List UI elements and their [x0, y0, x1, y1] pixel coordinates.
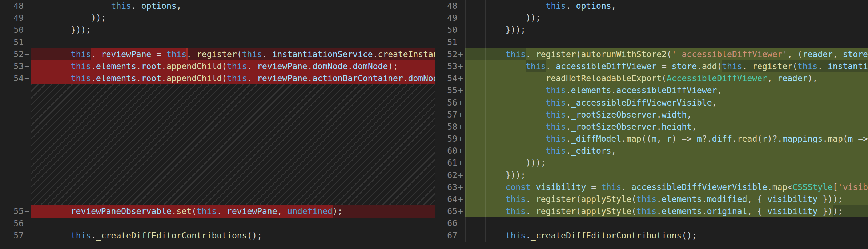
code-line-content[interactable]: this._options, — [465, 0, 868, 12]
code-text: this.elements.root.appendChild(this._rev… — [31, 60, 435, 72]
code-line-content[interactable]: this._createDiffEditorContributions(); — [465, 230, 868, 242]
code-line: 57+ this._rootSizeObserver.width, — [435, 109, 868, 121]
code-line-content[interactable]: )); — [465, 12, 868, 24]
code-line-content[interactable]: readHotReloadableExport(AccessibleDiffVi… — [465, 72, 868, 84]
code-line: 53− this.elements.root.appendChild(this.… — [0, 60, 435, 72]
code-line-content[interactable]: this._options, — [31, 0, 435, 12]
code-line-content[interactable]: ))); — [465, 157, 868, 169]
code-text: reviewPaneObservable.set(this._reviewPan… — [31, 205, 435, 217]
code-line-content[interactable]: })); — [465, 169, 868, 181]
line-number[interactable]: 65 — [435, 205, 457, 217]
code-text: this._reviewPane = this._register(this._… — [31, 48, 435, 60]
code-line-content[interactable]: this._editors, — [465, 145, 868, 157]
line-number[interactable]: 63 — [435, 181, 457, 193]
line-number[interactable]: 48 — [435, 0, 457, 12]
diff-marker — [24, 36, 31, 48]
code-line-content[interactable]: this._reviewPane = this._register(this._… — [31, 48, 435, 60]
diff-marker: − — [24, 48, 31, 60]
code-line: 55− reviewPaneObservable.set(this._revie… — [0, 205, 435, 217]
code-line-content[interactable]: this._register(applyStyle(this.elements.… — [465, 205, 868, 217]
code-line-content[interactable]: this._accessibleDiffViewerVisible, — [465, 97, 868, 109]
code-line: 64+ this._register(applyStyle(this.eleme… — [435, 193, 868, 205]
line-number[interactable]: 64 — [435, 193, 457, 205]
line-number[interactable]: 52 — [435, 48, 457, 60]
line-number[interactable]: 51 — [0, 36, 24, 48]
code-line-content[interactable]: this._rootSizeObserver.height, — [465, 121, 868, 133]
code-line: 49 )); — [435, 12, 868, 24]
code-line-content[interactable]: this.elements.accessibleDiffViewer, — [465, 84, 868, 96]
line-number[interactable]: 50 — [435, 24, 457, 36]
indent-guide — [485, 36, 486, 48]
line-number[interactable]: 58 — [435, 121, 457, 133]
code-line-content[interactable]: this._rootSizeObserver.width, — [465, 109, 868, 121]
code-line: 57 this._createDiffEditorContributions()… — [0, 230, 435, 242]
line-number[interactable]: 66 — [435, 217, 457, 229]
line-number[interactable]: 55 — [0, 205, 24, 217]
line-number[interactable]: 56 — [435, 97, 457, 109]
diff-marker: − — [24, 205, 31, 217]
line-number[interactable]: 49 — [435, 12, 457, 24]
line-number[interactable]: 67 — [435, 230, 457, 242]
code-text: this._rootSizeObserver.width, — [465, 109, 868, 121]
indent-guide — [465, 217, 466, 229]
code-line: 49 )); — [0, 12, 435, 24]
code-line: 52+ this._register(autorunWithStore2('_a… — [435, 48, 868, 60]
code-line: 54+ readHotReloadableExport(AccessibleDi… — [435, 72, 868, 84]
line-number[interactable]: 57 — [435, 109, 457, 121]
modified-editor-pane[interactable]: 48 this._options,49 ));50 }));5152+ this… — [435, 0, 868, 249]
code-line: 51 — [0, 36, 435, 48]
line-number[interactable]: 56 — [0, 218, 24, 230]
code-line: 48 this._options, — [435, 0, 868, 12]
diff-marker — [457, 12, 465, 24]
code-text: this._editors, — [465, 145, 868, 157]
line-number[interactable]: 59 — [435, 133, 457, 145]
indent-guide — [31, 36, 31, 48]
original-editor-pane[interactable]: 48 this._options,49 ));50 }));5152− this… — [0, 0, 435, 249]
code-line-content[interactable] — [465, 36, 868, 48]
diff-marker: + — [457, 169, 465, 181]
code-line-content[interactable] — [465, 217, 868, 229]
line-number[interactable]: 54 — [435, 72, 457, 84]
code-line-content[interactable] — [31, 36, 435, 48]
code-text: this._register(autorunWithStore2('_acces… — [465, 48, 868, 60]
line-number[interactable]: 49 — [0, 12, 24, 24]
diff-marker: + — [457, 193, 465, 205]
line-number[interactable]: 50 — [0, 24, 24, 36]
code-line: 55+ this.elements.accessibleDiffViewer, — [435, 84, 868, 96]
line-number[interactable]: 55 — [435, 84, 457, 96]
line-number[interactable]: 53 — [0, 60, 24, 72]
line-number[interactable]: 62 — [435, 169, 457, 181]
line-number[interactable]: 60 — [435, 145, 457, 157]
code-text: readHotReloadableExport(AccessibleDiffVi… — [465, 72, 868, 84]
code-line-content[interactable]: this.elements.root.appendChild(this._rev… — [31, 72, 435, 84]
code-line-content[interactable]: this._createDiffEditorContributions(); — [31, 230, 435, 242]
line-number[interactable]: 53 — [435, 60, 457, 72]
code-line-content[interactable]: const visibility = this._accessibleDiffV… — [465, 181, 868, 193]
line-number[interactable]: 57 — [0, 230, 24, 242]
code-line-content[interactable]: })); — [31, 24, 435, 36]
diff-marker: + — [457, 97, 465, 109]
code-line-content[interactable] — [31, 218, 435, 230]
code-text: const visibility = this._accessibleDiffV… — [465, 181, 868, 193]
code-line-content[interactable]: this._diffModel.map((m, r) => m?.diff.re… — [465, 133, 868, 145]
code-text: this.elements.accessibleDiffViewer, — [465, 84, 868, 96]
code-line-content[interactable]: reviewPaneObservable.set(this._reviewPan… — [31, 205, 435, 217]
code-text: )); — [465, 12, 868, 24]
code-text: this.elements.root.appendChild(this._rev… — [31, 72, 435, 84]
code-line: 59+ this._diffModel.map((m, r) => m?.dif… — [435, 133, 868, 145]
code-line-content[interactable]: this._register(autorunWithStore2('_acces… — [465, 48, 868, 60]
code-line: 56+ this._accessibleDiffViewerVisible, — [435, 97, 868, 109]
code-line-content[interactable]: this.elements.root.appendChild(this._rev… — [31, 60, 435, 72]
line-number[interactable]: 51 — [435, 36, 457, 48]
code-line: 54− this.elements.root.appendChild(this.… — [0, 72, 435, 84]
code-line-content[interactable]: })); — [465, 24, 868, 36]
diff-marker: + — [457, 133, 465, 145]
diff-marker: + — [457, 145, 465, 157]
code-line-content[interactable]: this._accessibleDiffViewer = store.add(t… — [465, 60, 868, 72]
code-line-content[interactable]: )); — [31, 12, 435, 24]
code-line-content[interactable]: this._register(applyStyle(this.elements.… — [465, 193, 868, 205]
line-number[interactable]: 48 — [0, 0, 24, 12]
line-number[interactable]: 52 — [0, 48, 24, 60]
line-number[interactable]: 54 — [0, 72, 24, 84]
line-number[interactable]: 61 — [435, 157, 457, 169]
